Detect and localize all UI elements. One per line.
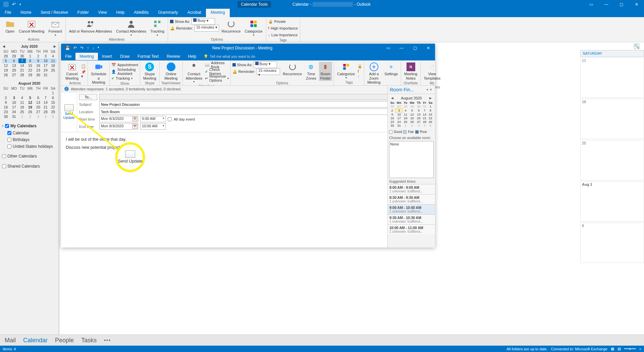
suggested-time[interactable]: 10:00 AM - 11:00 AM1 unknown: lcaffiend.… xyxy=(388,224,435,234)
tab-file[interactable]: File xyxy=(0,9,16,17)
nav-mail[interactable]: Mail xyxy=(5,337,16,344)
nav-calendar[interactable]: Calendar xyxy=(23,337,48,344)
to-field[interactable] xyxy=(99,94,433,100)
start-date-field[interactable]: Mon 8/3/2020📅 xyxy=(99,116,138,122)
maximize-button[interactable]: ▢ xyxy=(614,0,629,9)
ribbon-display-icon[interactable]: ▭ xyxy=(584,0,599,9)
qat-dd-icon[interactable]: ▾ xyxy=(98,46,99,50)
time-zones-button[interactable]: 🌐Time Zones xyxy=(305,62,318,81)
low-importance-button[interactable]: ↓Low Importance xyxy=(268,32,298,38)
room-list[interactable]: None xyxy=(389,141,434,178)
cancel-meeting-button[interactable]: Cancel Meeting xyxy=(17,18,46,37)
sub-contact-attendees[interactable]: Contact Attendees▾ xyxy=(184,62,204,84)
tab-view[interactable]: View xyxy=(94,9,112,17)
minimize-button[interactable]: — xyxy=(599,0,614,9)
subtab-review[interactable]: Review xyxy=(163,53,184,60)
tab-folder[interactable]: Folder xyxy=(73,9,94,17)
todo-icon[interactable]: 📌▾ xyxy=(81,70,86,79)
undo-icon[interactable]: ↶ xyxy=(73,46,77,50)
save-icon[interactable]: 💾 xyxy=(65,46,70,50)
calendar-day-cell[interactable]: Aug 1 xyxy=(580,181,644,222)
schedule-zoom-button[interactable]: Schedule a Meeting xyxy=(90,62,108,85)
high-importance-button[interactable]: !High Importance xyxy=(268,25,298,31)
tracking-button[interactable]: Tracking▾ xyxy=(149,18,166,37)
qat-dropdown-icon[interactable]: ▾ xyxy=(19,3,21,6)
tab-acrobat[interactable]: Acrobat xyxy=(183,9,206,17)
subtab-help[interactable]: Help xyxy=(184,53,201,60)
subtab-insert[interactable]: Insert xyxy=(98,53,116,60)
suggested-time[interactable]: 8:00 AM - 9:00 AM1 unknown: lcaffiend... xyxy=(388,184,435,194)
recurrence-button[interactable]: Recurrence xyxy=(220,18,242,37)
sub-reminder-dropdown[interactable]: 15 minutes ▾ xyxy=(257,68,280,75)
tell-me-search[interactable]: 💡Tell me what you want to do xyxy=(200,54,259,59)
my-calendars-group[interactable]: ▿My Calendars xyxy=(2,122,57,130)
subtab-meeting[interactable]: Meeting xyxy=(75,53,98,60)
teamviewer-button[interactable]: Online Meeting xyxy=(161,62,181,81)
subtab-formattext[interactable]: Format Text xyxy=(133,53,163,60)
sub-categorize-button[interactable]: Categorize▾ xyxy=(336,62,356,80)
calendar-day-cell[interactable]: 11 xyxy=(580,57,644,98)
all-day-checkbox[interactable] xyxy=(168,117,172,121)
sub-tracking-button[interactable]: ✔Tracking ▾ xyxy=(111,75,138,81)
show-as-dropdown[interactable]: Busy ▾ xyxy=(192,18,215,25)
nav-people[interactable]: People xyxy=(55,337,74,344)
add-remove-attendees-button[interactable]: Add or Remove Attendees xyxy=(68,18,113,37)
other-calendars-group[interactable]: Other Calendars xyxy=(2,152,57,160)
pane-dropdown-icon[interactable]: ▾ xyxy=(426,88,429,91)
location-field[interactable] xyxy=(99,108,411,115)
add-zoom-meeting-button[interactable]: +Add a Zoom Meeting xyxy=(366,62,382,85)
copy-icon[interactable]: 📋 xyxy=(81,64,86,69)
calendar-item-calendar[interactable]: Calendar xyxy=(2,130,57,136)
skype-meeting-button[interactable]: SSkype Meeting xyxy=(142,62,158,81)
calendar-item-unitedstatesholidays[interactable]: United States holidays xyxy=(2,143,57,150)
room-finder-button[interactable]: 🚪Room Finder xyxy=(319,62,332,81)
suggested-time[interactable]: 9:30 AM - 10:30 AM1 unknown: lcaffiend..… xyxy=(388,214,435,224)
sub-close-button[interactable]: ✕ xyxy=(422,44,435,52)
private-toggle[interactable]: 🔒Private xyxy=(268,18,298,25)
undo-icon[interactable]: ↶ xyxy=(12,2,16,7)
sub-cancel-meeting[interactable]: Cancel Meeting xyxy=(64,62,80,81)
meeting-notes-button[interactable]: NMeeting Notes xyxy=(403,62,419,81)
close-button[interactable]: ✕ xyxy=(629,0,644,9)
room-finder-calendar[interactable]: ◀August 2020▶ SuMoTuWeThFrSa262728293031… xyxy=(388,94,435,129)
subtab-draw[interactable]: Draw xyxy=(116,53,133,60)
address-book-button[interactable]: 📖Address Book xyxy=(205,62,229,68)
suggested-time[interactable]: 9:00 AM - 10:00 AM1 unknown: lcaffiend..… xyxy=(388,204,435,214)
scheduling-assistant-button[interactable]: 👤Scheduling Assistant xyxy=(111,69,138,75)
to-button[interactable]: To... xyxy=(79,94,97,100)
suggested-time[interactable]: 8:30 AM - 9:30 AM1 unknown: lcaffiend... xyxy=(388,194,435,204)
forward-button[interactable]: Forward▾ xyxy=(47,18,63,37)
tab-grammarly[interactable]: Grammarly xyxy=(153,9,182,17)
contact-attendees-button[interactable]: Contact Attendees▾ xyxy=(115,18,148,37)
sub-maximize-button[interactable]: ▢ xyxy=(408,44,422,52)
nav-tasks[interactable]: Tasks xyxy=(81,337,97,344)
appointment-button[interactable]: 📅Appointment xyxy=(111,62,138,68)
pane-close-icon[interactable]: ✕ xyxy=(429,88,433,91)
nav-more-icon[interactable]: ••• xyxy=(104,338,111,343)
sub-minimize-button[interactable]: — xyxy=(395,44,408,52)
shared-calendars-group[interactable]: Shared Calendars xyxy=(2,163,57,170)
tab-sendreceive[interactable]: Send / Receive xyxy=(36,9,72,17)
calendar-item-birthdays[interactable]: Birthdays xyxy=(2,136,57,143)
zoom-settings-button[interactable]: ⚙Settings xyxy=(383,62,399,85)
up-icon[interactable]: ↑ xyxy=(87,46,89,50)
calendar-day-cell[interactable]: 25 xyxy=(580,140,644,180)
mini-calendar-august[interactable]: August 2020 SUMOTUWETHFRSA12345678910111… xyxy=(2,81,57,119)
tab-ablebits[interactable]: AbleBits xyxy=(129,9,153,17)
response-options-button[interactable]: ↩Response Options▾ xyxy=(205,75,229,81)
categorize-button[interactable]: Categorize▾ xyxy=(243,18,264,37)
tab-help[interactable]: Help xyxy=(112,9,129,17)
end-time-field[interactable]: 10:00 AM xyxy=(140,123,166,130)
mini-calendar-july[interactable]: ◀July 2020▶ SUMOTUWETHFRSA28293012345678… xyxy=(2,44,57,77)
sub-ribbon-display-icon[interactable]: ▭ xyxy=(381,44,395,52)
subject-field[interactable] xyxy=(99,101,433,107)
sub-recurrence-button[interactable]: Recurrence xyxy=(281,62,303,81)
redo-icon[interactable]: ↷ xyxy=(80,46,84,50)
view-normal-icon[interactable]: ▦ xyxy=(611,347,614,351)
calendar-day-cell[interactable]: 8 xyxy=(580,223,644,263)
down-icon[interactable]: ↓ xyxy=(92,46,94,50)
end-date-field[interactable]: Mon 8/3/2020📅 xyxy=(99,123,138,130)
calendar-day-cell[interactable]: 18 xyxy=(580,99,644,139)
open-button[interactable]: Open xyxy=(4,18,16,37)
tab-home[interactable]: Home xyxy=(16,9,36,17)
